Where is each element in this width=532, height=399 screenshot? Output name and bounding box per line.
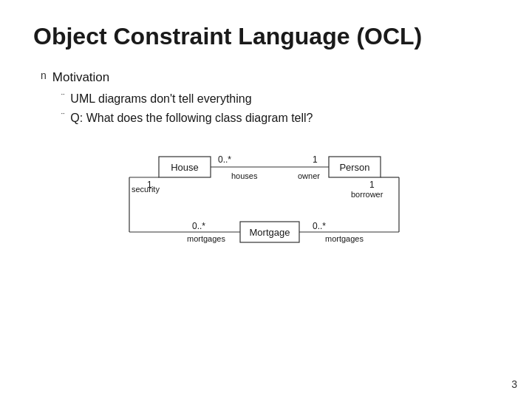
person-label: Person [339, 162, 369, 173]
content-section: n Motivation ¨ UML diagrams don't tell e… [41, 68, 499, 127]
sub-bullet-2: ¨ Q: What does the following class diagr… [61, 109, 499, 127]
mult-0star-mortgage-left: 0..* [192, 221, 205, 231]
sub-bullet-text-2: Q: What does the following class diagram… [70, 109, 313, 127]
square-icon-2: ¨ [61, 111, 64, 122]
main-bullet: n Motivation [41, 68, 499, 87]
motivation-label: Motivation [52, 68, 109, 87]
sub-bullet-1: ¨ UML diagrams don't tell everything [61, 90, 499, 108]
assoc-owner: owner [298, 171, 320, 180]
diagram-svg: House Person 0..* 1 houses owner securit… [107, 142, 425, 260]
mult-0star-1: 0..* [218, 154, 231, 165]
sub-bullet-text-1: UML diagrams don't tell everything [70, 90, 251, 108]
slide: Object Constraint Language (OCL) n Motiv… [0, 0, 532, 399]
mult-1-security: 1 [147, 180, 152, 190]
mult-1-1: 1 [313, 154, 318, 165]
sub-bullets: ¨ UML diagrams don't tell everything ¨ Q… [61, 90, 499, 127]
class-diagram: House Person 0..* 1 houses owner securit… [33, 142, 499, 260]
assoc-houses: houses [231, 171, 258, 180]
house-label: House [171, 162, 199, 173]
mult-0star-mortgage-right: 0..* [313, 221, 326, 231]
assoc-security: security [132, 185, 160, 194]
slide-title: Object Constraint Language (OCL) [33, 22, 499, 50]
assoc-borrower: borrower [351, 190, 383, 199]
bullet-icon: n [41, 69, 47, 81]
mult-1-borrower: 1 [369, 180, 375, 190]
square-icon-1: ¨ [61, 92, 64, 103]
page-number: 3 [511, 378, 517, 390]
mortgage-label: Mortgage [250, 227, 290, 238]
assoc-mortgages-left: mortgages [187, 234, 225, 243]
assoc-mortgages-right: mortgages [325, 234, 364, 243]
